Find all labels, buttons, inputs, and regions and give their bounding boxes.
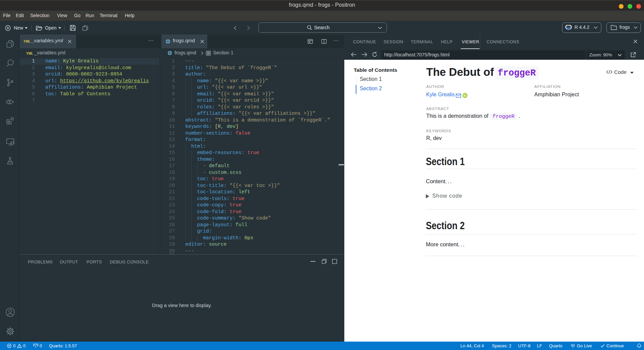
svg-text:YML: YML [26, 52, 33, 55]
svg-text:YML: YML [23, 40, 30, 43]
svg-text:iD: iD [463, 94, 466, 97]
svg-text:R: R [567, 26, 571, 31]
